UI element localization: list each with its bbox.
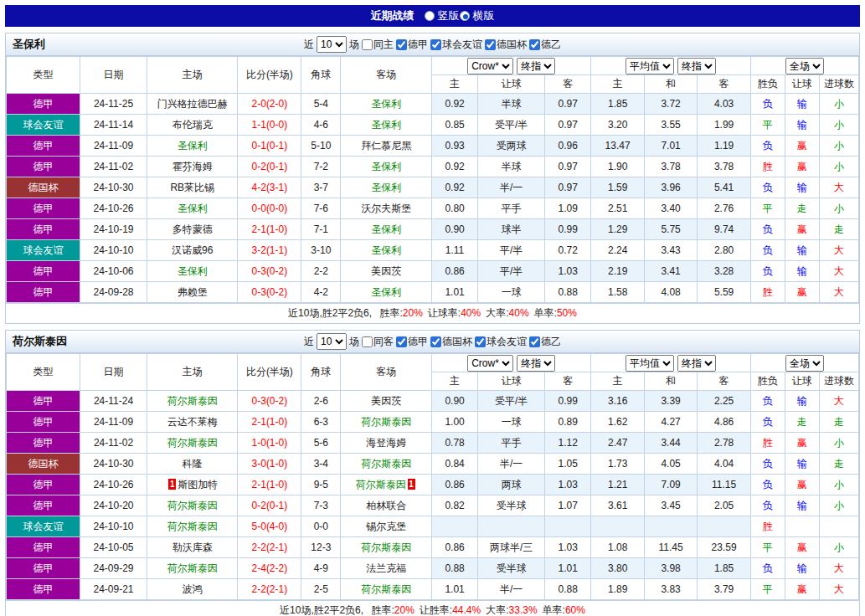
league-filter[interactable]: 德甲 <box>396 335 428 349</box>
team-label: 圣保利 <box>371 161 401 172</box>
match-score[interactable]: 1-0(1-0) <box>238 433 301 454</box>
match-score[interactable]: 4-2(3-1) <box>238 177 301 198</box>
odds-away: 1.01 <box>545 558 591 579</box>
match-score[interactable]: 0-1(0-1) <box>238 136 301 157</box>
league-filter[interactable]: 德甲 <box>396 38 428 52</box>
home-team: 荷尔斯泰因 <box>147 433 238 454</box>
summary-stat-value: 20% <box>403 307 423 319</box>
recent-count-select[interactable]: 10 <box>317 36 347 53</box>
team-label: 拜仁慕尼黑 <box>361 140 411 151</box>
bookmaker-select[interactable]: Crow* <box>467 355 513 372</box>
match-date: 24-09-29 <box>80 558 147 579</box>
match-score[interactable]: 2-2(2-1) <box>238 579 301 600</box>
result-win-loss: 负 <box>750 475 785 495</box>
team-name: 圣保利 <box>13 37 45 52</box>
league-filter-checkbox[interactable] <box>485 39 496 50</box>
radio-label[interactable]: 竖版 <box>438 8 460 23</box>
league-filter-checkbox[interactable] <box>529 336 540 347</box>
match-score[interactable]: 0-2(0-1) <box>238 495 301 516</box>
match-score[interactable]: 5-0(4-0) <box>238 516 301 537</box>
match-score[interactable]: 2-4(2-2) <box>238 558 301 579</box>
away-team: 圣保利 <box>341 282 432 303</box>
league-filter-checkbox[interactable] <box>430 336 441 347</box>
radio-label[interactable]: 横版 <box>473 8 495 23</box>
summary-text: 近10场,胜2平2负6, <box>288 307 374 319</box>
match-score[interactable]: 2-1(1-0) <box>238 412 301 433</box>
team-label: 荷尔斯泰因 <box>167 437 218 449</box>
league-filter-checkbox[interactable] <box>475 336 486 347</box>
recent-count-select[interactable]: 10 <box>317 333 347 350</box>
avg-draw: 7.09 <box>644 475 697 495</box>
result-handicap: 输 <box>785 177 819 198</box>
team-label: 海登海姆 <box>366 437 406 449</box>
match-score[interactable]: 2-1(1-0) <box>238 475 301 495</box>
league-filter[interactable]: 球会友谊 <box>475 335 527 349</box>
match-score[interactable]: 3-0(1-0) <box>238 454 301 475</box>
avg-draw: 4.08 <box>644 282 697 303</box>
average-select[interactable]: 平均值 <box>626 355 674 372</box>
odds-handicap: 受平/半 <box>478 391 545 412</box>
layout-option[interactable]: 横版 <box>460 8 495 23</box>
league-filter[interactable]: 球会友谊 <box>430 38 482 52</box>
average-select[interactable]: 平均值 <box>626 58 674 74</box>
radio-icon[interactable] <box>460 11 470 21</box>
scope-select[interactable]: 全场 <box>785 58 824 74</box>
result-win-loss: 负 <box>750 391 785 412</box>
sub-col-header: 主 <box>431 75 477 94</box>
odds-away: 0.97 <box>545 115 591 136</box>
radio-icon[interactable] <box>425 11 435 21</box>
result-goals <box>819 516 858 537</box>
league-filter-checkbox[interactable] <box>396 336 407 347</box>
summary-stat: 大率:40% <box>486 307 528 319</box>
scope-select[interactable]: 全场 <box>785 355 824 372</box>
match-score[interactable]: 2-1(1-0) <box>238 219 301 240</box>
col-header: 类型 <box>7 57 80 94</box>
avg-home: 3.20 <box>591 115 644 136</box>
summary-stat: 单率:50% <box>534 307 577 319</box>
league-filter[interactable]: 德国杯 <box>430 335 472 349</box>
match-score[interactable]: 0-2(0-1) <box>238 157 301 177</box>
col-header: 主场 <box>147 57 238 94</box>
odds-away: 1.03 <box>545 475 591 495</box>
league-filter-checkbox[interactable] <box>430 39 441 50</box>
odds-away: 1.12 <box>545 433 591 454</box>
bookmaker-select[interactable]: Crow* <box>467 58 513 74</box>
match-score[interactable]: 0-3(0-2) <box>238 261 301 282</box>
topbar: 近期战绩 竖版横版 <box>5 5 860 27</box>
result-goals: 小 <box>819 94 858 115</box>
match-score[interactable]: 0-3(0-2) <box>238 282 301 303</box>
league-filter[interactable]: 德国杯 <box>485 38 527 52</box>
avg-away: 1.19 <box>698 136 750 157</box>
odds-handicap: 球半 <box>478 219 545 240</box>
match-score[interactable]: 0-3(0-2) <box>238 391 301 412</box>
league-filter[interactable]: 德乙 <box>529 335 561 349</box>
corner-score: 7-6 <box>301 198 341 219</box>
match-score[interactable]: 0-0(0-0) <box>238 198 301 219</box>
league-filter[interactable]: 德乙 <box>529 38 561 52</box>
match-type-badge: 德甲 <box>7 558 80 579</box>
match-score[interactable]: 1-1(0-0) <box>238 115 301 136</box>
same-venue-filter[interactable]: 同主 <box>362 38 394 52</box>
stage-select[interactable]: 终指 <box>677 355 716 372</box>
summary-stat-value: 40% <box>509 307 529 319</box>
odds-home: 0.92 <box>431 157 477 177</box>
stage-select[interactable]: 终指 <box>517 355 555 372</box>
match-score[interactable]: 3-2(1-1) <box>238 240 301 261</box>
same-venue-filter-checkbox[interactable] <box>362 39 373 50</box>
odds-away <box>545 516 591 537</box>
away-team: 荷尔斯泰因 <box>341 412 432 433</box>
stage-select[interactable]: 终指 <box>677 58 716 74</box>
league-filter-checkbox[interactable] <box>396 39 407 50</box>
match-score[interactable]: 2-2(2-1) <box>238 537 301 558</box>
odds-home: 1.11 <box>431 240 477 261</box>
same-venue-filter[interactable]: 同客 <box>362 335 394 349</box>
league-filter-checkbox[interactable] <box>529 39 540 50</box>
layout-option[interactable]: 竖版 <box>425 8 460 23</box>
team-label: 荷尔斯泰因 <box>167 395 218 407</box>
stage-select[interactable]: 终指 <box>517 58 555 74</box>
same-venue-filter-checkbox[interactable] <box>362 336 373 347</box>
away-team: 沃尔夫斯堡 <box>341 198 432 219</box>
result-win-loss: 负 <box>750 94 785 115</box>
match-score[interactable]: 2-0(2-0) <box>238 94 301 115</box>
result-win-loss: 胜 <box>750 516 785 537</box>
